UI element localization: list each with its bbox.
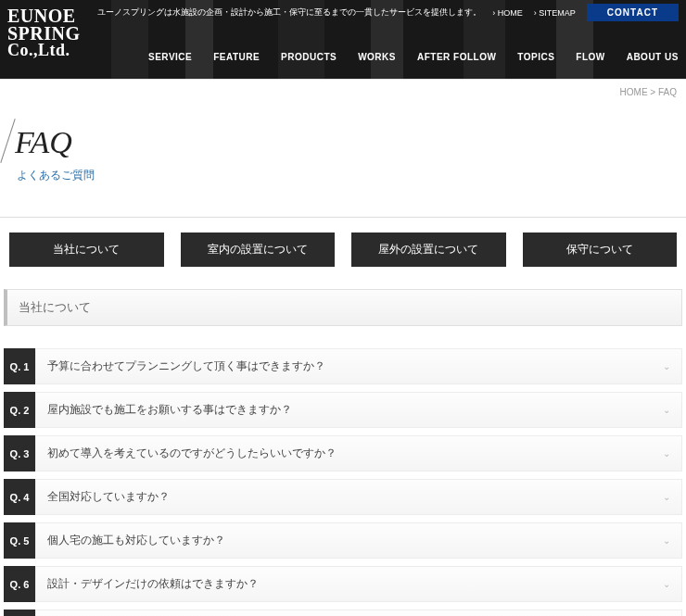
nav-flow[interactable]: FLOW	[576, 52, 604, 62]
faq-question-text: 個人宅の施工も対応していますか？	[47, 533, 225, 548]
faq-item[interactable]: Q. 3 初めて導入を考えているのですがどうしたらいいですか？ ⌄	[4, 435, 682, 471]
nav-afterfollow[interactable]: AFTER FOLLOW	[417, 52, 496, 62]
faq-number: Q. 3	[4, 435, 35, 471]
chevron-down-icon: ⌄	[663, 579, 670, 589]
tagline: ユーノスプリングは水施設の企画・設計から施工・保守に至るまでの一貫したサービスを…	[97, 6, 481, 19]
tab-indoor[interactable]: 室内の設置について	[181, 233, 336, 267]
faq-question-body: 打ち合わせ時や契約時などは、御社に伺う必要はありますか？ ⌄	[35, 610, 682, 616]
nav-service[interactable]: SERVICE	[148, 52, 192, 62]
faq-number: Q. 2	[4, 392, 35, 428]
faq-item[interactable]: Q. 7 打ち合わせ時や契約時などは、御社に伺う必要はありますか？ ⌄	[4, 610, 682, 616]
chevron-down-icon: ⌄	[663, 448, 670, 459]
breadcrumb-sep: >	[648, 87, 658, 97]
category-tabs: 当社について 室内の設置について 屋外の設置について 保守について	[0, 233, 686, 289]
logo[interactable]: EUNOE SPRING Co.,Ltd.	[7, 7, 81, 58]
logo-line3: Co.,Ltd.	[7, 43, 81, 58]
faq-number: Q. 6	[4, 566, 35, 602]
faq-item[interactable]: Q. 1 予算に合わせてプランニングして頂く事はできますか？ ⌄	[4, 348, 682, 384]
faq-question-text: 全国対応していますか？	[47, 489, 170, 505]
faq-number: Q. 5	[4, 522, 35, 559]
tab-maintenance[interactable]: 保守について	[523, 233, 678, 267]
chevron-down-icon: ⌄	[663, 535, 670, 546]
faq-number: Q. 7	[4, 610, 35, 616]
header-utility-bar: ユーノスプリングは水施設の企画・設計から施工・保守に至るまでの一貫したサービスを…	[97, 4, 686, 21]
tab-company[interactable]: 当社について	[9, 233, 164, 267]
global-nav: SERVICE FEATURE PRODUCTS WORKS AFTER FOL…	[148, 52, 679, 62]
faq-item[interactable]: Q. 4 全国対応していますか？ ⌄	[4, 479, 682, 515]
breadcrumb-home[interactable]: HOME	[620, 87, 648, 97]
faq-question-text: 設計・デザインだけの依頼はできますか？	[47, 576, 259, 592]
faq-question-text: 屋内施設でも施工をお願いする事はできますか？	[47, 402, 292, 418]
nav-topics[interactable]: TOPICS	[517, 52, 554, 62]
nav-about[interactable]: ABOUT US	[627, 52, 679, 62]
breadcrumb-current: FAQ	[658, 87, 677, 97]
faq-question-body: 予算に合わせてプランニングして頂く事はできますか？ ⌄	[35, 348, 682, 384]
page-subtitle: よくあるご質問	[9, 168, 677, 183]
faq-question-body: 屋内施設でも施工をお願いする事はできますか？ ⌄	[35, 392, 682, 428]
faq-list: Q. 1 予算に合わせてプランニングして頂く事はできますか？ ⌄ Q. 2 屋内…	[0, 348, 686, 616]
chevron-down-icon: ⌄	[663, 405, 670, 415]
site-header: EUNOE SPRING Co.,Ltd. ユーノスプリングは水施設の企画・設計…	[0, 0, 686, 79]
breadcrumb: HOME > FAQ	[0, 79, 686, 105]
faq-question-text: 予算に合わせてプランニングして頂く事はできますか？	[47, 358, 325, 374]
section-heading: 当社について	[4, 289, 682, 326]
faq-number: Q. 1	[4, 348, 35, 384]
tab-outdoor[interactable]: 屋外の設置について	[351, 233, 506, 267]
faq-question-body: 初めて導入を考えているのですがどうしたらいいですか？ ⌄	[35, 435, 682, 471]
nav-products[interactable]: PRODUCTS	[281, 52, 337, 62]
header-link-sitemap[interactable]: SITEMAP	[534, 8, 576, 18]
faq-item[interactable]: Q. 5 個人宅の施工も対応していますか？ ⌄	[4, 522, 682, 559]
nav-feature[interactable]: FEATURE	[213, 52, 260, 62]
faq-item[interactable]: Q. 6 設計・デザインだけの依頼はできますか？ ⌄	[4, 566, 682, 602]
chevron-down-icon: ⌄	[663, 361, 670, 371]
chevron-down-icon: ⌄	[663, 492, 670, 502]
divider	[0, 217, 686, 218]
faq-item[interactable]: Q. 2 屋内施設でも施工をお願いする事はできますか？ ⌄	[4, 392, 682, 428]
faq-question-body: 設計・デザインだけの依頼はできますか？ ⌄	[35, 566, 682, 602]
faq-question-text: 初めて導入を考えているのですがどうしたらいいですか？	[47, 446, 337, 461]
page-title-block: FAQ よくあるご質問	[0, 105, 686, 200]
nav-works[interactable]: WORKS	[358, 52, 396, 62]
header-link-home[interactable]: HOME	[492, 8, 523, 18]
contact-button[interactable]: CONTACT	[587, 4, 679, 21]
faq-question-body: 個人宅の施工も対応していますか？ ⌄	[35, 522, 682, 559]
faq-question-body: 全国対応していますか？ ⌄	[35, 479, 682, 515]
page-title: FAQ	[9, 125, 677, 160]
faq-number: Q. 4	[4, 479, 35, 515]
